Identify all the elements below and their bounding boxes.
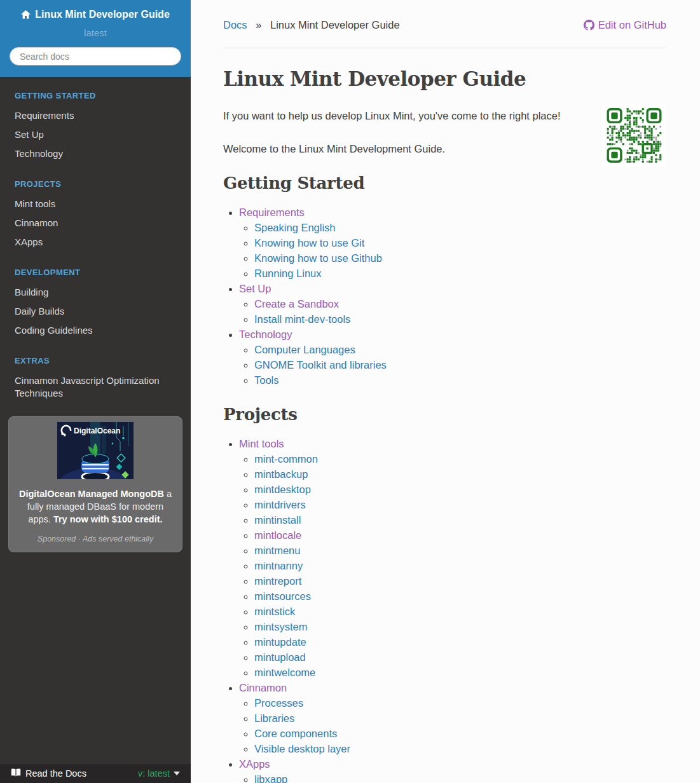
content-link-mintnanny[interactable]: mintnanny: [254, 560, 303, 571]
ad-box[interactable]: DigitalOcean DigitalOcean Managed MongoD…: [8, 416, 182, 552]
content-link-requirements[interactable]: Requirements: [239, 207, 305, 218]
content-link-install-mint-dev-tools[interactable]: Install mint-dev-tools: [254, 313, 350, 325]
content-link-speaking-english[interactable]: Speaking English: [254, 222, 336, 233]
content-link-processes[interactable]: Processes: [254, 697, 303, 709]
content-link-mintsystem[interactable]: mintsystem: [254, 621, 307, 632]
toc-subitem: Create a Sandbox: [254, 296, 666, 311]
sidebar-item-xapps[interactable]: XApps: [0, 233, 191, 252]
nav-caption-getting-started: GETTING STARTED: [0, 91, 191, 100]
content-link-mint-tools[interactable]: Mint tools: [239, 438, 284, 449]
sidebar-nav: GETTING STARTEDRequirementsSet UpTechnol…: [0, 77, 191, 403]
content-link-tools[interactable]: Tools: [254, 374, 279, 386]
project-home-link[interactable]: Linux Mint Developer Guide: [21, 9, 170, 20]
toc-subitem: mintstick: [254, 604, 666, 619]
breadcrumb: Docs » Linux Mint Developer Guide: [223, 19, 400, 31]
toc-subitem: mintupdate: [254, 634, 666, 650]
readthedocs-bar: Read the Docs v: latest: [0, 764, 191, 783]
toc-subitem: Speaking English: [254, 220, 666, 235]
sidebar-header: Linux Mint Developer Guide latest: [0, 0, 191, 77]
toc-sublist: mint-commonmintbackupmintdesktopmintdriv…: [239, 451, 666, 680]
caret-down-icon: [174, 772, 180, 775]
content-link-knowing-how-to-use-github[interactable]: Knowing how to use Github: [254, 252, 382, 264]
content-link-gnome-toolkit-and-libraries[interactable]: GNOME Toolkit and libraries: [254, 359, 387, 371]
sidebar-item-cinnamon[interactable]: Cinnamon: [0, 214, 191, 233]
readthedocs-link[interactable]: Read the Docs: [11, 768, 86, 779]
content-link-core-components[interactable]: Core components: [254, 728, 337, 739]
breadcrumb-row: Docs » Linux Mint Developer Guide Edit o…: [223, 19, 666, 31]
project-title: Linux Mint Developer Guide: [35, 9, 170, 20]
toc-subitem: mintwelcome: [254, 665, 666, 680]
content-link-mint-common[interactable]: mint-common: [254, 453, 318, 465]
content-link-knowing-how-to-use-git[interactable]: Knowing how to use Git: [254, 237, 364, 249]
ad-headline: DigitalOcean Managed MongoDB: [19, 489, 164, 499]
section-heading-getting-started: Getting Started: [223, 174, 666, 193]
toc-list: RequirementsSpeaking EnglishKnowing how …: [223, 205, 666, 388]
sidebar-item-requirements[interactable]: Requirements: [0, 106, 191, 125]
toc-subitem: Visible desktop layer: [254, 741, 666, 756]
content-link-mintdrivers[interactable]: mintdrivers: [254, 499, 306, 510]
sidebar-item-set-up[interactable]: Set Up: [0, 125, 191, 144]
toc-subitem: mintmenu: [254, 543, 666, 558]
toc-item: XAppslibxapppython-xapp: [239, 756, 666, 783]
sidebar-item-cinnamon-javascript-optimization-techniques[interactable]: Cinnamon Javascript Optimization Techniq…: [0, 371, 191, 403]
version-switcher[interactable]: v: latest: [138, 768, 180, 779]
content-link-technology[interactable]: Technology: [239, 329, 292, 340]
nav-caption-development: DEVELOPMENT: [0, 268, 191, 277]
toc-subitem: mintsystem: [254, 619, 666, 634]
sidebar-item-technology[interactable]: Technology: [0, 144, 191, 163]
content-link-mintinstall[interactable]: mintinstall: [254, 514, 301, 526]
toc-subitem: Core components: [254, 726, 666, 741]
version-switcher-label: v: latest: [138, 768, 170, 779]
sidebar: Linux Mint Developer Guide latest GETTIN…: [0, 0, 191, 783]
toc-subitem: Knowing how to use Github: [254, 250, 666, 266]
content-link-mintlocale[interactable]: mintlocale: [254, 529, 301, 541]
content-link-libxapp[interactable]: libxapp: [254, 773, 287, 783]
breadcrumb-divider: [223, 48, 666, 48]
toc-sublist: libxapppython-xapp: [239, 772, 666, 783]
content-link-visible-desktop-layer[interactable]: Visible desktop layer: [254, 743, 350, 754]
toc-sublist: Create a SandboxInstall mint-dev-tools: [239, 296, 666, 327]
sidebar-item-coding-guidelines[interactable]: Coding Guidelines: [0, 321, 191, 340]
toc-subitem: mintnanny: [254, 558, 666, 573]
sidebar-spacer: [0, 552, 191, 764]
search-input[interactable]: [10, 47, 181, 65]
edit-on-github-link[interactable]: Edit on GitHub: [584, 19, 666, 31]
content-link-mintmenu[interactable]: mintmenu: [254, 545, 300, 556]
content-link-mintstick[interactable]: mintstick: [254, 606, 295, 617]
content-link-create-a-sandbox[interactable]: Create a Sandbox: [254, 298, 339, 310]
content-link-mintupdate[interactable]: mintupdate: [254, 636, 306, 648]
content-link-libraries[interactable]: Libraries: [254, 712, 294, 724]
toc-subitem: Libraries: [254, 711, 666, 726]
sidebar-item-building[interactable]: Building: [0, 283, 191, 302]
content-link-mintupload[interactable]: mintupload: [254, 651, 306, 663]
toc-subitem: mintdesktop: [254, 482, 666, 497]
breadcrumb-separator: »: [256, 19, 261, 31]
toc-subitem: mintsources: [254, 589, 666, 604]
qr-code-image: [602, 104, 666, 167]
breadcrumb-current: Linux Mint Developer Guide: [270, 19, 400, 31]
digitalocean-ad-image[interactable]: DigitalOcean: [57, 422, 134, 479]
content-link-mintbackup[interactable]: mintbackup: [254, 468, 308, 480]
toc-item: RequirementsSpeaking EnglishKnowing how …: [239, 205, 666, 281]
ad-text[interactable]: DigitalOcean Managed MongoDB a fully man…: [17, 487, 174, 526]
content-link-mintdesktop[interactable]: mintdesktop: [254, 484, 311, 495]
toc-subitem: Tools: [254, 372, 666, 388]
toc-item: CinnamonProcessesLibrariesCore component…: [239, 680, 666, 756]
content-link-xapps[interactable]: XApps: [239, 758, 270, 770]
toc-subitem: mintdrivers: [254, 497, 666, 512]
content-link-computer-languages[interactable]: Computer Languages: [254, 344, 355, 355]
content-link-mintwelcome[interactable]: mintwelcome: [254, 667, 315, 678]
github-icon: [584, 20, 594, 31]
intro-paragraph-2: Welcome to the Linux Mint Development Gu…: [223, 141, 579, 156]
sidebar-item-daily-builds[interactable]: Daily Builds: [0, 302, 191, 321]
edit-on-github-label: Edit on GitHub: [598, 19, 666, 31]
sidebar-item-mint-tools[interactable]: Mint tools: [0, 194, 191, 214]
content-link-mintsources[interactable]: mintsources: [254, 590, 311, 602]
page-title: Linux Mint Developer Guide: [223, 67, 666, 90]
content-link-mintreport[interactable]: mintreport: [254, 575, 301, 587]
content-link-set-up[interactable]: Set Up: [239, 283, 271, 294]
content-link-running-linux[interactable]: Running Linux: [254, 268, 322, 279]
breadcrumb-docs-link[interactable]: Docs: [223, 19, 247, 31]
content-link-cinnamon[interactable]: Cinnamon: [239, 682, 287, 693]
home-icon: [21, 10, 31, 19]
